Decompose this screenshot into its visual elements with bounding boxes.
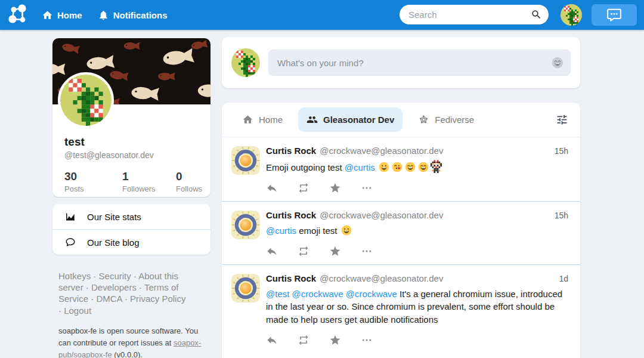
post-timestamp[interactable]: 15h bbox=[555, 146, 568, 156]
footer-about: soapbox-fe is open source software. You … bbox=[58, 325, 208, 358]
nav-home[interactable]: Home bbox=[42, 10, 82, 21]
post-timestamp[interactable]: 15h bbox=[555, 211, 568, 220]
chat-button[interactable] bbox=[592, 4, 637, 26]
footer-links: Hotkeys · Security · About this server ·… bbox=[58, 270, 188, 316]
post-actions bbox=[266, 334, 568, 346]
emoji-grin-icon bbox=[340, 224, 352, 236]
post-content: Emoji outgoing test @curtis bbox=[266, 160, 568, 174]
compose-input[interactable] bbox=[268, 50, 571, 76]
post-timestamp[interactable]: 1d bbox=[559, 274, 568, 283]
footer-link[interactable]: DMCA bbox=[96, 294, 122, 304]
footer-link[interactable]: Security bbox=[99, 271, 131, 281]
post-author-name[interactable]: Curtis Rock bbox=[266, 210, 316, 220]
post-list: Curtis Rock @crockwave@gleasonator.dev 1… bbox=[222, 137, 580, 353]
favourite-button[interactable] bbox=[329, 334, 341, 346]
reply-icon bbox=[266, 182, 278, 194]
more-button[interactable] bbox=[361, 334, 373, 346]
repost-button[interactable] bbox=[298, 245, 309, 257]
more-icon bbox=[361, 334, 373, 346]
more-button[interactable] bbox=[361, 245, 373, 257]
mention-link[interactable]: @test bbox=[266, 289, 289, 299]
mention-link[interactable]: @crockwave bbox=[292, 289, 343, 299]
reply-icon bbox=[266, 334, 278, 346]
tune-filter-icon[interactable] bbox=[556, 113, 568, 126]
post-author-avatar[interactable] bbox=[231, 274, 260, 303]
stat-follows[interactable]: 0 Follows bbox=[176, 170, 210, 193]
post-author-avatar[interactable] bbox=[231, 146, 260, 175]
footer-version-text: (v0.0.0). bbox=[112, 350, 143, 358]
compose-field bbox=[268, 50, 571, 76]
emoji-grin-icon bbox=[378, 161, 390, 173]
compose-avatar[interactable] bbox=[231, 48, 260, 77]
reply-button[interactable] bbox=[266, 182, 278, 194]
speech-bubble-icon bbox=[64, 236, 76, 248]
favourite-button[interactable] bbox=[329, 182, 341, 194]
area-chart-icon bbox=[64, 211, 76, 223]
post-content: @test @crockwave @crockwave It's a gener… bbox=[266, 288, 568, 326]
nav-home-label: Home bbox=[57, 10, 82, 20]
emoji-picker-icon[interactable] bbox=[550, 56, 564, 69]
post-author-handle[interactable]: @crockwave@gleasonator.dev bbox=[320, 273, 443, 283]
sidebar-item-label: Our Site blog bbox=[87, 237, 140, 248]
repost-button[interactable] bbox=[298, 334, 309, 346]
stat-posts[interactable]: 30 Posts bbox=[64, 170, 122, 193]
footer-link[interactable]: Developers bbox=[91, 282, 137, 292]
profile-display-name[interactable]: test bbox=[64, 135, 210, 149]
profile-stats: 30 Posts 1 Followers 0 Follows bbox=[64, 170, 210, 193]
tab-home[interactable]: Home bbox=[234, 107, 291, 132]
tab-label: Gleasonator Dev bbox=[323, 115, 394, 125]
compose-card bbox=[222, 37, 580, 88]
repost-icon bbox=[298, 182, 309, 194]
mention-link[interactable]: @curtis bbox=[266, 226, 296, 236]
nav-notifications[interactable]: Notifications bbox=[98, 10, 168, 21]
profile-card: test @test@gleasonator.dev 30 Posts 1 Fo… bbox=[52, 38, 210, 197]
main-column: Home Gleasonator Dev Fediverse bbox=[222, 37, 580, 358]
profile-handle: @test@gleasonator.dev bbox=[64, 150, 210, 160]
mention-link[interactable]: @curtis bbox=[345, 162, 375, 172]
footer-link[interactable]: Privacy Policy bbox=[130, 294, 185, 304]
favourite-icon bbox=[329, 245, 341, 257]
post-author-name[interactable]: Curtis Rock bbox=[266, 146, 316, 156]
post-author-handle[interactable]: @crockwave@gleasonator.dev bbox=[320, 146, 443, 156]
favourite-button[interactable] bbox=[329, 245, 341, 257]
timeline-post: Curtis Rock @crockwave@gleasonator.dev 1… bbox=[222, 137, 580, 202]
tab-fediverse[interactable]: Fediverse bbox=[410, 107, 482, 132]
post-author-name[interactable]: Curtis Rock bbox=[266, 273, 316, 283]
tab-gleasonator-dev[interactable]: Gleasonator Dev bbox=[298, 107, 402, 132]
sidebar-item-site-stats[interactable]: Our Site stats bbox=[52, 204, 210, 229]
post-content: @curtis emoji test bbox=[266, 224, 568, 237]
search-box bbox=[400, 5, 549, 24]
left-sidebar: test @test@gleasonator.dev 30 Posts 1 Fo… bbox=[52, 38, 210, 358]
timeline-post: Curtis Rock @crockwave@gleasonator.dev 1… bbox=[222, 265, 580, 353]
search-icon[interactable] bbox=[531, 9, 542, 20]
post-author-handle[interactable]: @crockwave@gleasonator.dev bbox=[320, 210, 443, 220]
tab-label: Fediverse bbox=[435, 115, 474, 125]
post-actions bbox=[266, 245, 568, 257]
post-actions bbox=[266, 182, 568, 194]
sidebar-item-site-blog[interactable]: Our Site blog bbox=[52, 230, 210, 255]
user-avatar[interactable] bbox=[561, 4, 582, 26]
chat-bubble-icon bbox=[606, 7, 622, 23]
mention-link[interactable]: @crockwave bbox=[346, 289, 397, 299]
more-button[interactable] bbox=[361, 182, 373, 194]
footer-link[interactable]: Hotkeys bbox=[58, 271, 91, 281]
timeline-panel: Home Gleasonator Dev Fediverse bbox=[222, 103, 580, 358]
emoji-beam-icon bbox=[417, 161, 429, 173]
reply-button[interactable] bbox=[266, 334, 278, 346]
soapbox-logo-icon[interactable] bbox=[6, 3, 30, 27]
emoji-kiss-icon bbox=[391, 161, 403, 173]
bell-icon bbox=[98, 10, 109, 21]
repost-icon bbox=[298, 245, 309, 257]
sidebar-menu: Our Site stats Our Site blog bbox=[52, 204, 210, 255]
stat-followers[interactable]: 1 Followers bbox=[122, 170, 176, 193]
reply-button[interactable] bbox=[266, 245, 278, 257]
more-icon bbox=[361, 245, 373, 257]
repost-button[interactable] bbox=[298, 182, 309, 194]
sidebar-item-label: Our Site stats bbox=[87, 212, 141, 222]
emoji-beam-icon bbox=[551, 56, 564, 69]
post-author-avatar[interactable] bbox=[231, 211, 260, 239]
search-input[interactable] bbox=[400, 5, 549, 24]
top-navbar: Home Notifications bbox=[0, 0, 644, 30]
footer-link[interactable]: Logout bbox=[64, 305, 91, 316]
profile-avatar[interactable] bbox=[58, 72, 114, 128]
